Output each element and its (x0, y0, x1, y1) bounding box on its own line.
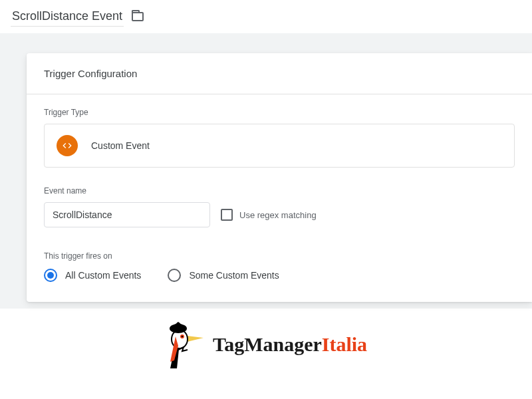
svg-marker-6 (172, 322, 185, 327)
brand-footer: TagManagerItalia (0, 309, 532, 380)
folder-icon[interactable] (132, 12, 144, 21)
svg-point-8 (182, 336, 184, 338)
custom-event-icon (57, 135, 78, 156)
trigger-config-card: Trigger Configuration Trigger Type Custo… (27, 53, 532, 302)
divider (27, 94, 532, 94)
radio-all-events[interactable]: All Custom Events (44, 269, 141, 282)
trigger-type-value: Custom Event (91, 140, 150, 151)
radio-icon[interactable] (168, 269, 181, 282)
radio-some-events[interactable]: Some Custom Events (168, 269, 279, 282)
brand-text: TagManagerItalia (213, 333, 367, 356)
radio-some-label: Some Custom Events (189, 270, 279, 281)
woodpecker-logo-icon (165, 321, 206, 368)
radio-icon[interactable] (44, 269, 57, 282)
section-title: Trigger Configuration (44, 68, 515, 79)
regex-label: Use regex matching (239, 210, 317, 220)
radio-all-label: All Custom Events (65, 270, 141, 281)
regex-checkbox-wrap[interactable]: Use regex matching (221, 209, 317, 221)
trigger-type-selector[interactable]: Custom Event (44, 124, 515, 168)
checkbox-icon[interactable] (221, 209, 233, 221)
event-name-label: Event name (44, 186, 515, 196)
trigger-type-label: Trigger Type (44, 108, 515, 117)
page-title[interactable]: ScrollDistance Event (11, 7, 124, 27)
event-name-input[interactable] (44, 202, 210, 227)
fires-on-label: This trigger fires on (44, 251, 515, 261)
